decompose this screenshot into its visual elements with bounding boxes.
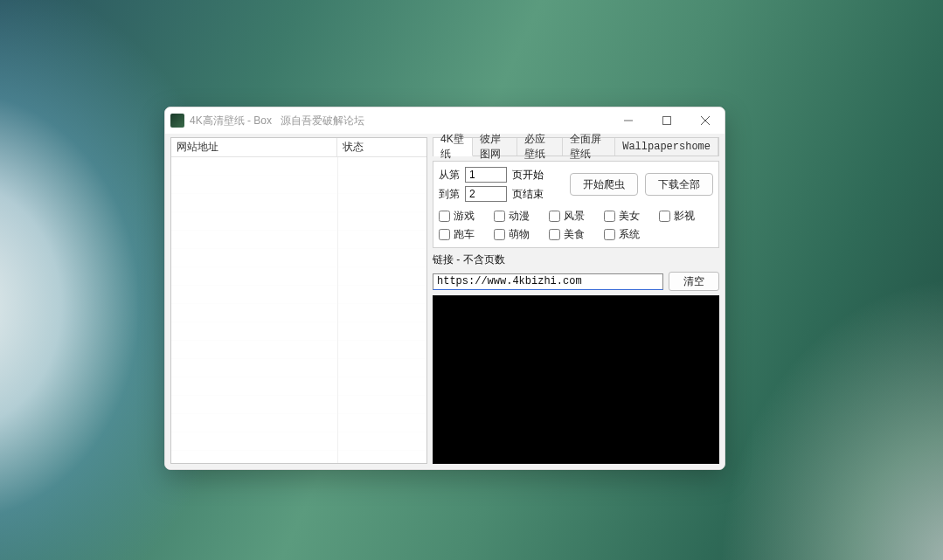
svg-rect-0 — [663, 117, 671, 125]
category-label: 美食 — [564, 227, 585, 242]
col-header-address[interactable]: 网站地址 — [171, 138, 337, 156]
client-area: 网站地址 状态 4K壁纸彼岸图网必应壁纸全面屏壁纸Wallpapershome … — [165, 134, 725, 469]
category-checkbox-input-1[interactable] — [494, 211, 505, 222]
from-page-suffix: 页开始 — [512, 168, 544, 183]
category-checkbox-input-4[interactable] — [659, 211, 670, 222]
tab-0[interactable]: 4K壁纸 — [433, 138, 473, 156]
app-window: 4K高清壁纸 - Box 源自吾爱破解论坛 网站地址 状态 — [164, 107, 725, 470]
right-pane: 4K壁纸彼岸图网必应壁纸全面屏壁纸Wallpapershome 从第 页开始 到… — [433, 137, 719, 464]
list-header: 网站地址 状态 — [171, 138, 426, 157]
category-checkbox-4[interactable]: 影视 — [659, 209, 695, 224]
tab-1[interactable]: 彼岸图网 — [473, 138, 518, 156]
close-button[interactable] — [686, 107, 725, 134]
category-label: 系统 — [619, 227, 640, 242]
tab-2[interactable]: 必应壁纸 — [517, 138, 563, 156]
category-label: 游戏 — [454, 209, 475, 224]
list-body[interactable] — [171, 157, 426, 463]
category-checkbox-0[interactable]: 游戏 — [439, 209, 475, 224]
maximize-button[interactable] — [648, 107, 686, 134]
category-checkbox-input-7[interactable] — [549, 229, 560, 240]
tab-4[interactable]: Wallpapershome — [615, 138, 718, 156]
category-checkbox-input-0[interactable] — [439, 211, 450, 222]
category-checkbox-7[interactable]: 美食 — [549, 227, 585, 242]
download-all-button[interactable]: 下载全部 — [645, 173, 713, 196]
category-checkbox-input-6[interactable] — [494, 229, 505, 240]
crawl-options-panel: 从第 页开始 到第 页结束 开始爬虫 — [433, 161, 719, 248]
to-page-input[interactable] — [465, 186, 507, 202]
col-header-status[interactable]: 状态 — [337, 138, 426, 156]
start-crawl-button[interactable]: 开始爬虫 — [570, 173, 638, 196]
url-input[interactable] — [433, 273, 663, 290]
category-checkbox-3[interactable]: 美女 — [604, 209, 640, 224]
minimize-button[interactable] — [609, 107, 648, 134]
category-checkbox-6[interactable]: 萌物 — [494, 227, 530, 242]
category-checkbox-input-2[interactable] — [549, 211, 560, 222]
title-bar[interactable]: 4K高清壁纸 - Box 源自吾爱破解论坛 — [165, 107, 725, 134]
clear-button[interactable]: 清空 — [669, 272, 719, 291]
category-label: 影视 — [674, 209, 695, 224]
app-icon — [170, 114, 184, 128]
category-checkbox-5[interactable]: 跑车 — [439, 227, 475, 242]
category-checkboxes: 游戏动漫风景美女影视跑车萌物美食系统 — [439, 207, 713, 242]
category-checkbox-2[interactable]: 风景 — [549, 209, 585, 224]
source-tabs: 4K壁纸彼岸图网必应壁纸全面屏壁纸Wallpapershome — [433, 137, 719, 156]
category-label: 动漫 — [509, 209, 530, 224]
from-page-label: 从第 — [439, 168, 460, 183]
category-label: 风景 — [564, 209, 585, 224]
category-label: 美女 — [619, 209, 640, 224]
tab-3[interactable]: 全面屏壁纸 — [563, 138, 615, 156]
log-console[interactable] — [433, 295, 719, 464]
category-checkbox-8[interactable]: 系统 — [604, 227, 640, 242]
window-title: 4K高清壁纸 - Box 源自吾爱破解论坛 — [190, 114, 364, 128]
link-section-label: 链接 - 不含页数 — [433, 252, 719, 267]
category-checkbox-input-5[interactable] — [439, 229, 450, 240]
results-list[interactable]: 网站地址 状态 — [170, 137, 427, 464]
category-checkbox-input-3[interactable] — [604, 211, 615, 222]
category-checkbox-1[interactable]: 动漫 — [494, 209, 530, 224]
to-page-suffix: 页结束 — [512, 187, 544, 202]
category-label: 萌物 — [509, 227, 530, 242]
category-label: 跑车 — [454, 227, 475, 242]
desktop-wallpaper: 4K高清壁纸 - Box 源自吾爱破解论坛 网站地址 状态 — [0, 0, 943, 560]
category-checkbox-input-8[interactable] — [604, 229, 615, 240]
to-page-label: 到第 — [439, 187, 460, 202]
from-page-input[interactable] — [465, 167, 507, 183]
